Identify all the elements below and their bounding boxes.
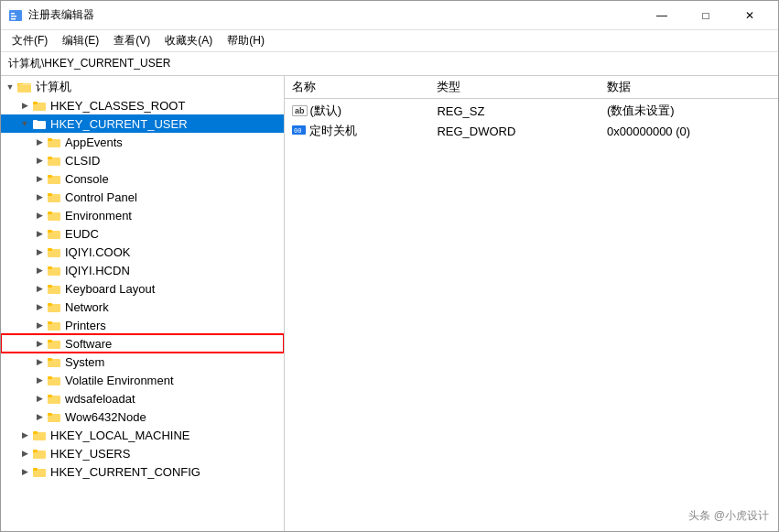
- svg-rect-9: [33, 102, 38, 104]
- svg-rect-23: [48, 230, 52, 233]
- close-button[interactable]: ✕: [729, 1, 771, 30]
- folder-icon-system: [47, 355, 61, 368]
- svg-rect-47: [33, 450, 38, 452]
- tree-label-software: Software: [65, 337, 112, 351]
- expand-icon-console: ▶: [32, 171, 47, 186]
- col-header-data[interactable]: 数据: [600, 76, 778, 99]
- tree-item-computer[interactable]: ▼ 计算机: [1, 78, 284, 96]
- svg-rect-31: [48, 303, 52, 306]
- menu-edit[interactable]: 编辑(E): [55, 31, 106, 50]
- tree-item-wow6432[interactable]: ▶ Wow6432Node: [1, 407, 284, 426]
- tree-item-keyboard-layout[interactable]: ▶ Keyboard Layout: [1, 279, 284, 298]
- table-row[interactable]: ab (默认) REG_SZ (数值未设置): [285, 99, 778, 122]
- svg-rect-39: [48, 376, 52, 379]
- expand-icon-network: ▶: [32, 299, 47, 314]
- folder-icon-classes-root: [32, 99, 47, 112]
- expand-icon-iqiyi-hcdn: ▶: [32, 263, 47, 277]
- tree-item-local-machine[interactable]: ▶ HKEY_LOCAL_MACHINE: [1, 426, 284, 444]
- tree-item-wdsafeloadat[interactable]: ▶ wdsafeloadat: [1, 389, 284, 407]
- tree-label-iqiyi-hcdn: IQIYI.HCDN: [65, 264, 130, 277]
- svg-rect-45: [33, 431, 38, 434]
- folder-icon-wow6432: [47, 410, 61, 423]
- menu-help[interactable]: 帮助(H): [220, 31, 272, 50]
- expand-icon-current-user: ▼: [17, 116, 32, 131]
- folder-icon-wdsafeloadat: [47, 392, 61, 405]
- ab-icon: ab: [292, 105, 308, 116]
- folder-icon-software: [47, 337, 61, 350]
- menu-view[interactable]: 查看(V): [106, 31, 157, 50]
- svg-rect-37: [48, 358, 52, 361]
- tree-label-current-config: HKEY_CURRENT_CONFIG: [50, 465, 200, 479]
- svg-rect-41: [48, 395, 52, 397]
- expand-icon-control-panel: ▶: [32, 190, 47, 204]
- expand-icon-volatile-env: ▶: [32, 373, 47, 387]
- tree-item-current-user[interactable]: ▼ HKEY_CURRENT_USER: [1, 114, 284, 133]
- tree-item-iqiyi-cook[interactable]: ▶ IQIYI.COOK: [1, 243, 284, 261]
- tree-label-system: System: [65, 355, 104, 369]
- col-header-name[interactable]: 名称: [285, 76, 429, 99]
- expand-icon-clsid: ▶: [32, 153, 47, 168]
- maximize-button[interactable]: □: [685, 1, 727, 30]
- expand-icon-appevents: ▶: [32, 135, 47, 149]
- svg-rect-17: [48, 175, 52, 178]
- tree-label-classes-root: HKEY_CLASSES_ROOT: [50, 99, 185, 113]
- svg-rect-29: [48, 285, 52, 288]
- expand-icon-software: ▶: [32, 336, 47, 351]
- table-row[interactable]: 00 定时关机 REG_DWORD 0x00000000 (0): [285, 121, 778, 141]
- registry-data-default: (数值未设置): [600, 99, 778, 122]
- tree-label-eudc: EUDC: [65, 227, 99, 241]
- tree-item-network[interactable]: ▶ Network: [1, 298, 284, 316]
- svg-rect-11: [33, 120, 38, 123]
- folder-icon-local-machine: [32, 429, 47, 441]
- tree-item-iqiyi-hcdn[interactable]: ▶ IQIYI.HCDN: [1, 261, 284, 279]
- tree-label-network: Network: [65, 300, 109, 314]
- folder-icon-eudc: [47, 227, 61, 240]
- folder-icon-network: [47, 300, 61, 313]
- tree-label-computer: 计算机: [36, 79, 71, 95]
- expand-icon-environment: ▶: [32, 208, 47, 223]
- col-header-type[interactable]: 类型: [429, 76, 600, 99]
- tree-label-control-panel: Control Panel: [65, 190, 137, 204]
- expand-icon-computer: ▼: [3, 80, 17, 94]
- svg-rect-1: [11, 13, 15, 15]
- tree-item-printers[interactable]: ▶ Printers: [1, 316, 284, 334]
- svg-rect-27: [48, 266, 52, 269]
- minimize-button[interactable]: —: [641, 1, 683, 30]
- svg-rect-3: [11, 18, 16, 20]
- address-bar: 计算机\HKEY_CURRENT_USER: [1, 52, 778, 76]
- svg-rect-25: [48, 248, 52, 251]
- tree-item-current-config[interactable]: ▶ HKEY_CURRENT_CONFIG: [1, 462, 284, 481]
- folder-icon-keyboard-layout: [47, 282, 61, 295]
- svg-rect-33: [48, 321, 52, 324]
- tree-item-environment[interactable]: ▶ Environment: [1, 206, 284, 224]
- tree-item-volatile-env[interactable]: ▶ Volatile Environment: [1, 371, 284, 389]
- expand-icon-printers: ▶: [32, 318, 47, 332]
- tree-panel[interactable]: ▼ 计算机 ▶ HKEY_CLASSES_ROOT ▼ H: [1, 76, 285, 531]
- tree-item-console[interactable]: ▶ Console: [1, 169, 284, 188]
- menu-favorites[interactable]: 收藏夹(A): [157, 31, 220, 50]
- tree-item-software[interactable]: ▶ Software: [1, 334, 284, 353]
- svg-rect-35: [48, 340, 52, 342]
- tree-item-system[interactable]: ▶ System: [1, 353, 284, 371]
- title-bar: 注册表编辑器 — □ ✕: [1, 1, 778, 30]
- registry-table: 名称 类型 数据 ab (默认) REG_SZ: [285, 76, 778, 141]
- tree-label-iqiyi-cook: IQIYI.COOK: [65, 245, 131, 259]
- tree-item-appevents[interactable]: ▶ AppEvents: [1, 133, 284, 151]
- svg-rect-21: [48, 212, 52, 214]
- tree-item-control-panel[interactable]: ▶ Control Panel: [1, 188, 284, 206]
- expand-icon-eudc: ▶: [32, 226, 47, 241]
- folder-icon-iqiyi-hcdn: [47, 264, 61, 277]
- tree-item-classes-root[interactable]: ▶ HKEY_CLASSES_ROOT: [1, 96, 284, 114]
- folder-icon-volatile-env: [47, 374, 61, 386]
- tree-label-printers: Printers: [65, 319, 106, 332]
- tree-item-eudc[interactable]: ▶ EUDC: [1, 224, 284, 243]
- tree-label-keyboard-layout: Keyboard Layout: [65, 282, 155, 296]
- tree-item-users[interactable]: ▶ HKEY_USERS: [1, 444, 284, 462]
- dword-icon: 00: [292, 125, 307, 137]
- svg-rect-49: [33, 468, 38, 471]
- menu-file[interactable]: 文件(F): [5, 31, 55, 50]
- tree-label-users: HKEY_USERS: [50, 447, 130, 461]
- tree-item-clsid[interactable]: ▶ CLSID: [1, 151, 284, 169]
- expand-icon-wow6432: ▶: [32, 409, 47, 424]
- folder-icon-control-panel: [47, 190, 61, 203]
